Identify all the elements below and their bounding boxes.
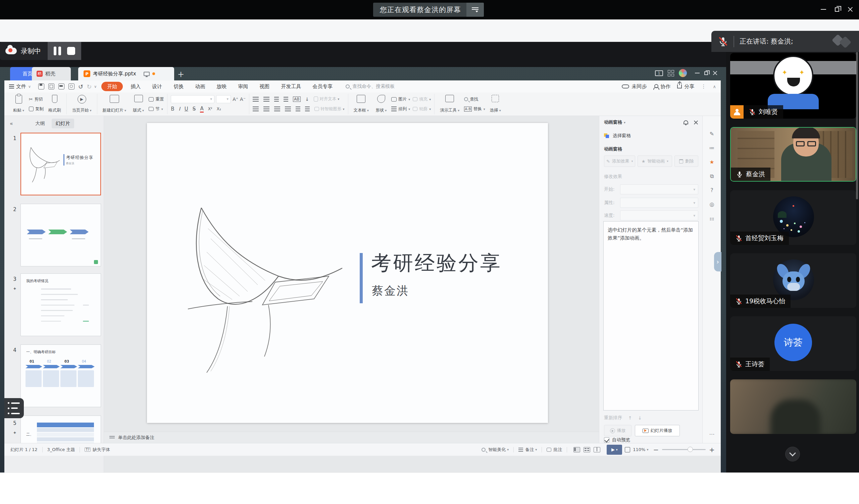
tab-docer[interactable]: 稻 稻壳 — [32, 67, 71, 80]
slideshow-button[interactable]: ▶▾ — [607, 445, 622, 455]
bold-button[interactable]: B — [171, 106, 174, 112]
participant-tile[interactable]: 首经贸刘玉梅 — [730, 190, 856, 245]
find-button[interactable]: 查找 — [464, 95, 485, 104]
layout-button[interactable]: 版式▾ — [131, 94, 146, 114]
ribbon-tab-review[interactable]: 审阅 — [232, 82, 254, 91]
export-icon[interactable] — [48, 83, 54, 90]
slide-title-text[interactable]: 考研经验分享 — [371, 250, 502, 277]
collaborate-button[interactable]: 协作 — [653, 83, 670, 90]
zoom-slider[interactable] — [662, 449, 706, 450]
indent-icon[interactable] — [284, 97, 288, 101]
new-slide-button[interactable]: 新建幻灯片▾ — [101, 94, 129, 114]
justify-icon[interactable] — [285, 107, 291, 111]
minimize-button[interactable] — [817, 3, 830, 16]
textbox-button[interactable]: 文本框▾ — [352, 94, 371, 114]
expand-panel-handle[interactable]: › — [714, 252, 721, 271]
slide-thumbnail-2[interactable] — [20, 204, 101, 266]
slideshow-play-button[interactable]: 幻灯片播放 — [635, 425, 680, 436]
participant-tile[interactable] — [730, 379, 856, 434]
char-spacing-icon[interactable]: AB — [293, 96, 300, 102]
zoom-in-button[interactable]: + — [709, 446, 715, 454]
switch-window-icon[interactable]: 1 — [655, 70, 663, 76]
align-left-icon[interactable] — [253, 107, 259, 111]
slide-author-text[interactable]: 蔡金洪 — [372, 283, 409, 299]
para-spacing-icon[interactable] — [305, 107, 310, 111]
more-menu-icon[interactable]: ⋮ — [701, 83, 706, 90]
align-right-icon[interactable] — [274, 107, 280, 111]
slide-thumbnail-3[interactable]: 我的考研情况 — [20, 273, 101, 336]
help-tool-icon[interactable]: ? — [703, 187, 721, 193]
reorder-up-button[interactable]: ↑ — [628, 415, 632, 421]
share-button[interactable]: 分享 — [677, 83, 694, 90]
align-text-button[interactable]: 对齐文本▾ — [314, 96, 339, 102]
style-tool-icon[interactable]: ✎ — [703, 131, 721, 137]
stop-recording-button[interactable] — [67, 47, 75, 55]
sync-status-button[interactable]: 未同步 — [622, 83, 647, 90]
undo-icon[interactable]: ↺ — [78, 83, 83, 90]
chart-tool-icon[interactable]: ⚏ — [703, 215, 721, 221]
paste-button[interactable]: 粘贴▾ — [11, 94, 26, 114]
new-tab-button[interactable]: + — [176, 70, 185, 79]
speed-select[interactable]: ▾ — [620, 210, 698, 221]
pause-recording-button[interactable] — [54, 47, 61, 55]
align-center-icon[interactable] — [263, 107, 269, 111]
numbering-icon[interactable] — [263, 97, 269, 101]
theme-name[interactable]: 3_Office 主题 — [47, 447, 75, 453]
reorder-down-button[interactable]: ↓ — [638, 415, 642, 421]
section-button[interactable]: 节▾ — [149, 105, 164, 113]
property-select[interactable]: ▾ — [620, 198, 698, 208]
smart-animation-button[interactable]: ★智能动画▾ — [637, 156, 672, 167]
slides-tab[interactable]: 幻灯片 — [52, 119, 75, 128]
redo-icon[interactable]: ↻ — [87, 83, 92, 90]
grow-font-button[interactable]: A⁺ — [232, 96, 238, 102]
play-from-current-button[interactable]: ▶ 当页开始▾ — [70, 94, 94, 114]
participant-tile[interactable]: 19税收马心怡 — [730, 253, 856, 308]
italic-button[interactable]: I — [179, 106, 180, 112]
comment-button[interactable]: 批注 — [553, 447, 562, 453]
underline-button[interactable]: U — [184, 106, 188, 112]
beautify-button[interactable]: 智能美化 — [488, 447, 506, 453]
collapse-panel-button[interactable]: « — [10, 120, 13, 127]
collapse-ribbon-icon[interactable]: ∧ — [713, 84, 716, 89]
current-slide[interactable]: 考研经验分享 蔡金洪 — [147, 123, 548, 423]
file-menu[interactable]: 文件 ∨ — [9, 83, 31, 90]
participant-tile-speaking[interactable]: 蔡金洪 — [730, 127, 856, 182]
ribbon-tab-start[interactable]: 开始 — [101, 82, 123, 91]
ribbon-tab-view[interactable]: 视图 — [254, 82, 275, 91]
line-spacing-icon[interactable] — [296, 107, 300, 111]
floating-recorder-widget[interactable] — [4, 398, 24, 418]
save-icon[interactable] — [38, 83, 44, 90]
zoom-knob[interactable] — [688, 447, 693, 452]
presentation-tools-button[interactable]: 演示工具▾ — [438, 94, 462, 114]
font-color-button[interactable]: A — [200, 106, 204, 113]
close-pane-icon[interactable] — [694, 120, 698, 125]
reading-view-icon[interactable] — [593, 447, 600, 452]
wps-avatar[interactable] — [679, 69, 687, 77]
delete-effect-button[interactable]: 删除 — [675, 156, 698, 167]
zoom-out-button[interactable]: − — [653, 446, 659, 454]
normal-view-icon[interactable] — [573, 447, 580, 452]
participant-tile[interactable]: 诗荟 王诗荟 — [730, 316, 856, 371]
text-direction-icon[interactable]: ↓ — [305, 96, 310, 102]
font-name-select[interactable]: ▾ — [171, 95, 214, 103]
ribbon-tab-insert[interactable]: 插入 — [125, 82, 146, 91]
strip-more-icon[interactable]: ⋯ — [703, 431, 721, 437]
sidebar-scrollbar[interactable] — [856, 52, 858, 200]
add-effect-button[interactable]: ✎添加效果▾ — [604, 156, 635, 167]
toolbar-more-icon[interactable]: ∨ — [94, 84, 97, 89]
outdent-icon[interactable] — [274, 97, 279, 101]
command-search[interactable]: 查找命令、搜索模板 — [346, 83, 395, 90]
strike-button[interactable]: S — [193, 106, 196, 112]
fill-button[interactable]: 填充▾ — [413, 95, 431, 104]
fit-slide-icon[interactable] — [625, 447, 630, 452]
font-size-select[interactable]: ▾ — [216, 95, 231, 103]
selection-pane-button[interactable]: 选择窗格 — [604, 133, 698, 139]
ribbon-tab-transition[interactable]: 切换 — [168, 82, 189, 91]
copy-button[interactable]: 复制 — [29, 105, 44, 113]
select-button[interactable]: 选择▾ — [488, 94, 503, 114]
zoom-level[interactable]: 110% — [633, 447, 645, 452]
ribbon-tab-animation[interactable]: 动画 — [189, 82, 211, 91]
scroll-participants-button[interactable] — [785, 447, 800, 461]
restore-button[interactable] — [830, 3, 844, 16]
play-effect-button[interactable]: 播放 — [604, 425, 632, 436]
